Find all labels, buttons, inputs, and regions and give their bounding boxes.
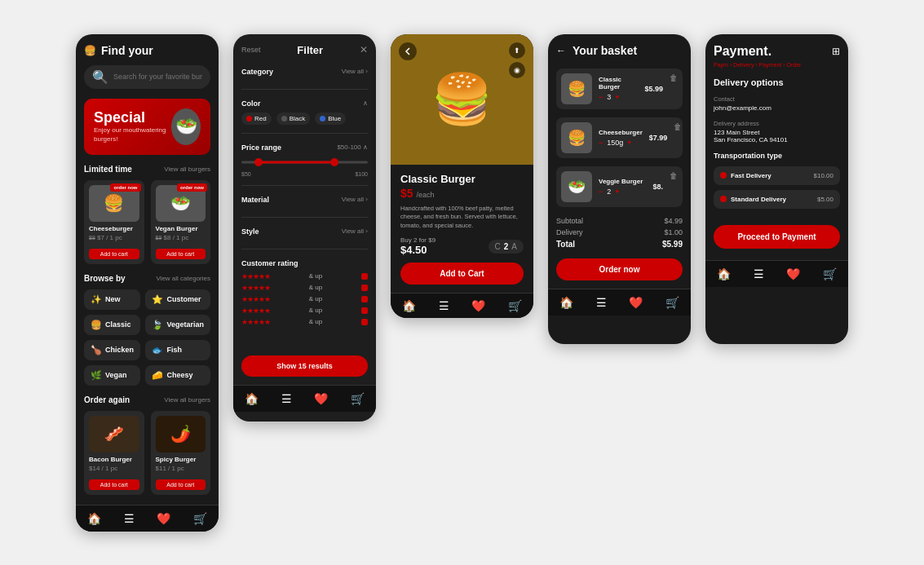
color-red[interactable]: Red <box>241 113 272 125</box>
cheese-minus-btn[interactable]: − <box>599 139 603 147</box>
browse-link[interactable]: View all categories <box>156 275 210 282</box>
search-bar[interactable]: 🔍 <box>84 65 210 89</box>
basket-nav-home[interactable]: 🏠 <box>559 296 573 309</box>
range-thumb-min[interactable] <box>254 158 263 166</box>
browse-cheesy[interactable]: 🧀Cheesy <box>145 365 210 386</box>
rating-label-2: & up <box>309 307 322 314</box>
payment-nav-cart[interactable]: 🛒 <box>823 267 837 280</box>
browse-customer[interactable]: ⭐Customer <box>145 289 210 310</box>
limited-time-link[interactable]: View all burgers <box>164 166 210 173</box>
rating-bar-4 <box>361 285 368 291</box>
nav-menu-icon[interactable]: ☰ <box>124 512 135 525</box>
special-banner[interactable]: Special Enjoy our mouthwatering burgers!… <box>84 99 210 155</box>
rating-row-5[interactable]: ★★★★★& up <box>241 272 368 280</box>
basket-nav-cart[interactable]: 🛒 <box>665 296 679 309</box>
color-blue[interactable]: Blue <box>315 113 346 125</box>
basket-back-btn[interactable]: ← <box>556 45 566 56</box>
order-again-link[interactable]: View all burgers <box>164 396 210 404</box>
standard-delivery-option[interactable]: Standard Delivery $5.00 <box>714 190 840 209</box>
basket-nav-menu[interactable]: ☰ <box>596 296 607 309</box>
veggie-trash-btn[interactable]: 🗑 <box>670 171 678 180</box>
fast-delivery-option[interactable]: Fast Delivery $10.00 <box>714 166 840 185</box>
classic-minus-btn[interactable]: − <box>599 93 603 101</box>
address-label: Delivery address <box>714 120 840 127</box>
product-bottom-nav: 🏠 ☰ ❤️ 🛒 <box>391 293 533 318</box>
filter-style-link[interactable]: View all › <box>342 227 368 235</box>
payment-nav-favorites[interactable]: ❤️ <box>786 267 800 280</box>
stars-5: ★★★★★ <box>241 272 270 280</box>
bookmark-btn[interactable]: ◉ <box>509 62 525 78</box>
qty-c-icon[interactable]: C <box>495 242 501 251</box>
color-black[interactable]: Black <box>276 113 311 125</box>
cheese-trash-btn[interactable]: 🗑 <box>674 122 682 131</box>
cheese-basket-name: Cheeseburger <box>599 129 643 136</box>
share-buttons: ⬆ ◉ <box>509 42 525 78</box>
veggie-plus-btn[interactable]: + <box>615 188 619 196</box>
browse-new[interactable]: ✨New <box>84 289 140 310</box>
basket-nav-favorites[interactable]: ❤️ <box>629 296 643 309</box>
stars-3: ★★★★★ <box>241 295 270 303</box>
filter-nav-menu[interactable]: ☰ <box>281 392 292 405</box>
transport-label: Transportation type <box>714 152 840 160</box>
browse-classic[interactable]: 🍔Classic <box>84 315 140 335</box>
cheese-plus-btn[interactable]: + <box>627 139 631 147</box>
rating-row-2[interactable]: ★★★★★& up <box>241 307 368 315</box>
add-to-cart-btn-2[interactable]: Add to cart <box>156 249 206 259</box>
veggie-basket-img: 🥗 <box>561 171 592 202</box>
product-nav-cart[interactable]: 🛒 <box>508 299 522 312</box>
limited-time-header: Limited time View all burgers <box>84 165 210 174</box>
rating-row-1[interactable]: ★★★★★& up <box>241 318 368 326</box>
browse-fish[interactable]: 🐟Fish <box>145 340 210 360</box>
product-back-btn[interactable] <box>399 42 417 60</box>
filter-category-link[interactable]: View all › <box>342 68 368 75</box>
add-to-cart-product-btn[interactable]: Add to Cart <box>400 263 524 285</box>
rating-row-4[interactable]: ★★★★★& up <box>241 284 368 292</box>
product-name: Classic Burger <box>400 173 524 185</box>
filter-color-section: Color ∧ Red Black Blue <box>241 99 368 134</box>
veggie-minus-btn[interactable]: − <box>599 188 603 196</box>
filter-nav-home[interactable]: 🏠 <box>245 392 259 405</box>
quantity-selector[interactable]: C 2 A <box>489 240 524 254</box>
filter-close-btn[interactable]: ✕ <box>360 44 368 55</box>
product-nav-menu[interactable]: ☰ <box>439 299 449 312</box>
classic-trash-btn[interactable]: 🗑 <box>670 73 678 82</box>
nav-favorites-icon[interactable]: ❤️ <box>157 512 170 525</box>
filter-nav-favorites[interactable]: ❤️ <box>314 392 328 405</box>
add-to-cart-spicy[interactable]: Add to cart <box>156 479 206 490</box>
filter-material-link[interactable]: View all › <box>342 196 368 203</box>
search-input[interactable] <box>113 73 202 81</box>
cheesy-icon: 🧀 <box>152 370 163 381</box>
add-to-cart-btn-1[interactable]: Add to cart <box>89 249 139 259</box>
product-hero-image: 🍔 <box>431 70 493 128</box>
new-icon: ✨ <box>91 294 102 305</box>
browse-chicken-label: Chicken <box>105 346 134 354</box>
screen-product: 🍔 ⬆ ◉ Classic Burger $5 /each Handcrafte… <box>391 34 533 319</box>
payment-nav-home[interactable]: 🏠 <box>717 267 731 280</box>
browse-title: Browse by <box>84 274 126 283</box>
nav-cart-icon[interactable]: 🛒 <box>193 512 207 525</box>
add-to-cart-bacon[interactable]: Add to cart <box>89 479 139 490</box>
filter-color-toggle[interactable]: ∧ <box>363 99 368 107</box>
nav-home-icon[interactable]: 🏠 <box>87 512 101 525</box>
product-nav-home[interactable]: 🏠 <box>402 299 416 312</box>
order-now-btn[interactable]: Order now <box>556 258 683 280</box>
filter-reset-btn[interactable]: Reset <box>241 46 261 54</box>
rating-row-3[interactable]: ★★★★★& up <box>241 295 368 303</box>
filter-nav-cart[interactable]: 🛒 <box>351 392 365 405</box>
proceed-to-payment-btn[interactable]: Proceed to Payment <box>714 225 840 249</box>
browse-vegan[interactable]: 🌿Vegan <box>84 365 140 386</box>
show-results-btn[interactable]: Show 15 results <box>241 355 368 377</box>
browse-vegetarian[interactable]: 🍃Vegetarian <box>145 315 210 335</box>
product-nav-favorites[interactable]: ❤️ <box>471 299 485 312</box>
classic-plus-btn[interactable]: + <box>615 93 619 101</box>
browse-chicken[interactable]: 🍗Chicken <box>84 340 140 360</box>
share-btn[interactable]: ⬆ <box>509 42 525 59</box>
basket-item-classic: 🍔 Classic Burger − 3 + $5.99 🗑 <box>556 68 683 109</box>
home-header: 🍔 Find your <box>84 44 210 57</box>
qty-a-icon[interactable]: A <box>511 242 517 251</box>
promo-text: Buy 2 for $9 <box>400 236 435 244</box>
total-value: $5.99 <box>662 240 683 249</box>
range-slider[interactable] <box>241 157 368 168</box>
payment-nav-menu[interactable]: ☰ <box>754 267 764 280</box>
range-thumb-max[interactable] <box>330 158 338 166</box>
